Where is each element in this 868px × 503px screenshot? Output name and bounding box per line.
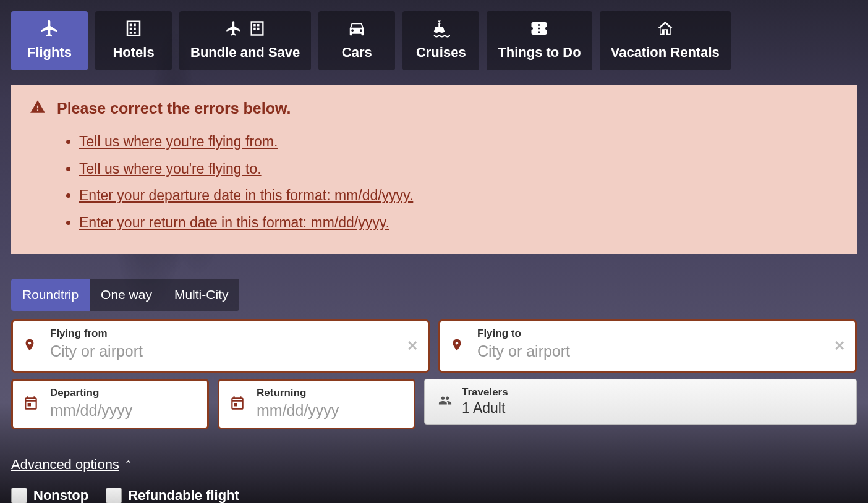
flying-to-label: Flying to bbox=[477, 328, 828, 340]
main-nav-tabs: Flights Hotels Bundle and Save bbox=[11, 11, 857, 70]
tab-hotels[interactable]: Hotels bbox=[95, 11, 172, 70]
trip-tab-multicity[interactable]: Multi-City bbox=[163, 279, 240, 311]
people-icon bbox=[437, 394, 453, 410]
nonstop-checkbox[interactable]: Nonstop bbox=[11, 488, 88, 503]
flying-from-label: Flying from bbox=[50, 328, 401, 340]
tab-flights-label: Flights bbox=[27, 44, 72, 61]
tab-cruises-label: Cruises bbox=[416, 44, 466, 61]
returning-input[interactable] bbox=[257, 402, 386, 420]
refundable-label: Refundable flight bbox=[128, 488, 239, 503]
ship-icon bbox=[432, 19, 450, 40]
error-list: Tell us where you're flying from. Tell u… bbox=[79, 129, 838, 237]
svg-rect-1 bbox=[234, 403, 237, 406]
refundable-checkbox[interactable]: Refundable flight bbox=[106, 488, 239, 503]
building-icon bbox=[124, 19, 143, 40]
tab-bundle-label: Bundle and Save bbox=[190, 44, 300, 61]
error-link-returning[interactable]: Enter your return date in this format: m… bbox=[79, 214, 389, 230]
departing-input[interactable] bbox=[50, 402, 180, 420]
flying-from-input[interactable] bbox=[50, 342, 401, 360]
travelers-value: 1 Adult bbox=[462, 400, 508, 416]
tab-cars-label: Cars bbox=[342, 44, 372, 61]
flying-to-input[interactable] bbox=[477, 342, 828, 360]
returning-label: Returning bbox=[257, 387, 386, 399]
advanced-options-link[interactable]: Advanced options bbox=[11, 457, 119, 473]
departing-field[interactable]: Departing bbox=[11, 379, 209, 429]
house-icon bbox=[655, 19, 675, 40]
clear-icon[interactable]: ✕ bbox=[834, 338, 845, 354]
checkbox-icon bbox=[11, 488, 27, 503]
tab-vacation-label: Vacation Rentals bbox=[611, 44, 720, 61]
svg-rect-0 bbox=[28, 403, 31, 406]
tab-cars[interactable]: Cars bbox=[318, 11, 395, 70]
returning-field[interactable]: Returning bbox=[218, 379, 415, 429]
tab-vacation[interactable]: Vacation Rentals bbox=[600, 11, 731, 70]
tab-flights[interactable]: Flights bbox=[11, 11, 88, 70]
car-icon bbox=[347, 19, 366, 40]
nonstop-label: Nonstop bbox=[33, 488, 88, 503]
error-link-from[interactable]: Tell us where you're flying from. bbox=[79, 133, 278, 150]
calendar-icon bbox=[229, 395, 245, 413]
tab-cruises[interactable]: Cruises bbox=[402, 11, 479, 70]
warning-icon bbox=[30, 99, 46, 117]
checkbox-icon bbox=[106, 488, 122, 503]
flying-to-field[interactable]: Flying to ✕ bbox=[438, 319, 857, 373]
error-link-departing[interactable]: Enter your departure date in this format… bbox=[79, 187, 413, 203]
calendar-icon bbox=[23, 395, 39, 413]
tab-things-label: Things to Do bbox=[498, 44, 581, 61]
tab-hotels-label: Hotels bbox=[113, 44, 154, 61]
travelers-field[interactable]: Travelers 1 Adult bbox=[424, 379, 857, 425]
pin-icon bbox=[450, 336, 464, 357]
departing-label: Departing bbox=[50, 387, 180, 399]
error-title: Please correct the errors below. bbox=[57, 99, 291, 117]
plane-icon bbox=[225, 20, 242, 40]
ticket-icon bbox=[529, 19, 549, 40]
travelers-label: Travelers bbox=[462, 386, 508, 399]
plane-icon bbox=[40, 19, 59, 41]
trip-type-tabs: Roundtrip One way Multi-City bbox=[11, 279, 239, 311]
clear-icon[interactable]: ✕ bbox=[407, 338, 418, 354]
trip-tab-oneway[interactable]: One way bbox=[90, 279, 163, 311]
chevron-up-icon: ⌃ bbox=[124, 459, 132, 470]
error-link-to[interactable]: Tell us where you're flying to. bbox=[79, 161, 262, 177]
tab-bundle[interactable]: Bundle and Save bbox=[179, 11, 311, 70]
error-panel: Please correct the errors below. Tell us… bbox=[11, 85, 857, 254]
pin-icon bbox=[23, 336, 36, 357]
tab-things[interactable]: Things to Do bbox=[487, 11, 592, 70]
building-icon bbox=[249, 20, 266, 40]
trip-tab-roundtrip[interactable]: Roundtrip bbox=[11, 279, 90, 311]
flying-from-field[interactable]: Flying from ✕ bbox=[11, 319, 430, 373]
